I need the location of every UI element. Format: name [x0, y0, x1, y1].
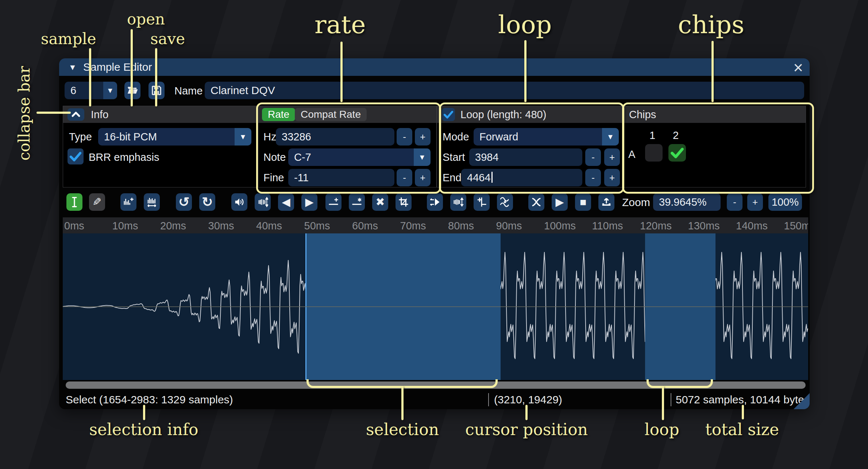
insert-silence-button[interactable]: [325, 193, 342, 211]
silence-asterisk-icon: [351, 197, 362, 208]
ruler-label: 70ms: [400, 220, 426, 232]
annotation-line-loop: [524, 40, 526, 102]
window-titlebar[interactable]: ▼ Sample Editor ×: [59, 58, 810, 76]
annotation-selection-info: selection info: [89, 420, 198, 439]
time-ruler: 0ms10ms20ms30ms40ms50ms60ms70ms80ms90ms1…: [63, 217, 808, 233]
ruler-label: 40ms: [256, 220, 282, 232]
window-title: Sample Editor: [83, 61, 152, 73]
waveform-reverse-icon: [429, 197, 440, 208]
window-collapse-triangle-icon[interactable]: ▼: [69, 63, 77, 72]
trim-button[interactable]: [396, 193, 412, 211]
brr-emphasis-checkbox[interactable]: [67, 148, 84, 164]
create-instrument-button[interactable]: [598, 193, 614, 211]
annotation-line-selection-info: [143, 405, 145, 420]
annotation-line-chips: [711, 41, 714, 102]
ruler-label: 150ms: [784, 220, 809, 232]
annotation-rate: rate: [315, 10, 366, 39]
ruler-label: 80ms: [448, 220, 474, 232]
stop-icon: ■: [580, 197, 586, 208]
fade-out-icon: ▶: [305, 197, 313, 208]
status-separator: [671, 393, 671, 406]
crop-icon: [398, 197, 409, 208]
waveform-plus-icon: [123, 197, 134, 208]
annotation-save: save: [150, 30, 185, 48]
annotation-loop: loop: [498, 10, 552, 39]
fade-out-button[interactable]: ▶: [301, 193, 317, 211]
delete-button[interactable]: ✖: [372, 193, 388, 211]
redo-button[interactable]: ↻: [199, 193, 215, 211]
annotation-line-total-size: [742, 405, 744, 419]
preview-play-button[interactable]: ▶: [552, 193, 568, 211]
delete-x-icon: ✖: [375, 197, 385, 208]
sign-convert-button[interactable]: [474, 193, 490, 211]
plus-icon: +: [752, 197, 758, 207]
sample-name-input[interactable]: Clarinet DQV: [205, 82, 804, 99]
signed-unsigned-icon: [476, 197, 487, 208]
annotation-collapse-bar: collapse bar: [15, 59, 33, 168]
zoom-out-button[interactable]: -: [727, 193, 742, 211]
annotation-line-selection: [401, 386, 404, 420]
close-icon[interactable]: ×: [793, 58, 803, 77]
invert-button[interactable]: [450, 193, 466, 211]
ruler-label: 50ms: [304, 220, 330, 232]
minus-icon: -: [733, 197, 736, 207]
draw-tool-button[interactable]: ✎: [89, 193, 105, 211]
annotation-open: open: [127, 10, 165, 28]
ruler-label: 130ms: [688, 220, 720, 232]
play-icon: ▶: [555, 197, 564, 208]
zoom-label: Zoom: [622, 196, 650, 209]
resize-grip[interactable]: [794, 393, 810, 409]
type-label: Type: [69, 131, 92, 143]
annotation-line-rate: [340, 42, 343, 102]
info-panel: Info Type 16-bit PCM ▼ BRR emphasis: [63, 106, 257, 187]
waveform-vertical-arrows-icon: [257, 197, 268, 208]
ruler-label: 90ms: [496, 220, 522, 232]
screenshot-stage: ▼ Sample Editor × 6 ▼ Name Clarinet DQV: [0, 0, 868, 469]
annotation-outline-rate: [256, 102, 441, 194]
annotation-bracket-loop: [647, 379, 713, 388]
fade-in-icon: ◀: [282, 197, 290, 208]
sample-number-combo[interactable]: 6: [65, 82, 103, 99]
ibeam-cursor-icon: [69, 196, 80, 208]
zoom-in-button[interactable]: +: [747, 193, 763, 211]
annotation-outline-loop: [439, 102, 624, 194]
preview-stop-button[interactable]: ■: [575, 193, 591, 211]
waveform-center-line: [63, 306, 808, 307]
ruler-label: 60ms: [352, 220, 378, 232]
fade-in-button[interactable]: ◀: [278, 193, 294, 211]
resize-button[interactable]: [120, 193, 136, 211]
selection-info-text: Select (1654-2983: 1329 samples): [66, 394, 233, 406]
select-tool-button[interactable]: [66, 193, 82, 211]
undo-button[interactable]: ↺: [176, 193, 192, 211]
ruler-label: 20ms: [160, 220, 186, 232]
resample-button[interactable]: [144, 193, 160, 211]
pencil-icon: ✎: [92, 197, 101, 208]
ruler-label: 110ms: [592, 220, 623, 232]
amplify-button[interactable]: [231, 193, 247, 211]
ruler-label: 140ms: [736, 220, 768, 232]
info-panel-header: Info: [63, 106, 257, 123]
silence-plus-icon: [328, 197, 339, 208]
annotation-line-collapse-bar: [36, 112, 71, 114]
ruler-label: 0ms: [64, 220, 84, 232]
annotation-chips: chips: [678, 10, 744, 39]
info-collapse-button[interactable]: [67, 108, 84, 121]
annotation-line-open: [131, 29, 133, 106]
ruler-label: 100ms: [544, 220, 576, 232]
normalize-button[interactable]: [255, 193, 271, 211]
total-size-text: 5072 samples, 10144 bytes: [676, 394, 810, 406]
apply-silence-button[interactable]: [349, 193, 365, 211]
zoom-reset-button[interactable]: 100%: [768, 193, 802, 211]
sample-type-combo[interactable]: 16-bit PCM ▼: [98, 128, 251, 146]
waveform-view[interactable]: [63, 233, 808, 380]
filter-button[interactable]: [497, 193, 513, 211]
info-panel-title: Info: [91, 109, 108, 121]
reverse-button[interactable]: [427, 193, 443, 211]
annotation-loop-bottom: loop: [644, 420, 679, 439]
status-separator: [488, 393, 489, 406]
crossfade-button[interactable]: [528, 193, 544, 211]
zoom-input[interactable]: 39.9645%: [653, 193, 721, 211]
ruler-label: 30ms: [208, 220, 234, 232]
sample-number-dropdown-button[interactable]: ▼: [103, 82, 117, 99]
chevron-down-icon: ▼: [235, 128, 251, 146]
